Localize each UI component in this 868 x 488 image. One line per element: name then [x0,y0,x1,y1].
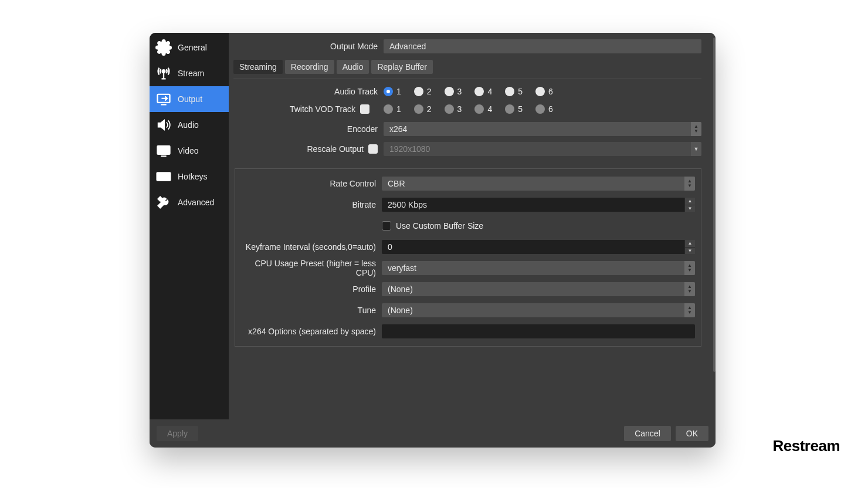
audio-track-radio-5[interactable] [505,87,514,96]
tune-label: Tune [235,306,382,315]
select-spinner-icon: ▲▼ [684,261,695,275]
select-spinner-icon: ▲▼ [684,282,695,296]
cpu-preset-row: CPU Usage Preset (higher = less CPU) ver… [235,259,701,277]
rate-control-select[interactable]: CBR ▲▼ [382,177,695,191]
twitch-vod-label: Twitch VOD Track [290,104,355,114]
apply-button: Apply [157,426,198,441]
select-spinner-icon: ▲▼ [691,122,701,136]
encoder-select[interactable]: x264 ▲▼ [384,122,701,136]
sidebar: General Stream Output Audio [150,33,229,419]
twitch-vod-radio-6 [535,104,545,114]
cpu-preset-label: CPU Usage Preset (higher = less CPU) [235,259,382,277]
sidebar-label: Video [178,146,199,155]
twitch-vod-radio-5 [505,104,514,114]
cpu-preset-select[interactable]: veryfast ▲▼ [382,261,695,275]
tab-replay-buffer[interactable]: Replay Buffer [371,60,433,74]
number-stepper-icon[interactable]: ▲▼ [684,240,695,254]
watermark-logo: Restream [772,437,840,455]
x264-opts-input[interactable] [382,324,695,338]
rate-control-label: Rate Control [235,179,382,188]
twitch-vod-radio-4 [474,104,484,114]
profile-row: Profile (None) ▲▼ [235,280,701,298]
sidebar-item-stream[interactable]: Stream [150,60,229,86]
ok-button[interactable]: OK [676,426,708,441]
tools-icon [155,194,172,211]
footer: Apply Cancel OK [150,419,716,448]
sidebar-item-hotkeys[interactable]: Hotkeys [150,164,229,189]
output-mode-label: Output Mode [231,42,384,51]
audio-track-row: Audio Track 1 2 3 4 5 6 [231,83,713,100]
encoder-settings-panel: Rate Control CBR ▲▼ Bitrate 2500 Kbps ▲▼ [235,168,701,347]
output-mode-value: Advanced [389,42,426,51]
svg-rect-3 [158,146,170,154]
audio-track-radio-1[interactable] [384,87,393,96]
sidebar-label: Stream [178,69,204,78]
bitrate-label: Bitrate [235,200,382,209]
encoder-row: Encoder x264 ▲▼ [231,120,713,138]
tab-streaming[interactable]: Streaming [233,60,283,74]
monitor-icon [155,143,172,159]
select-spinner-icon: ▲▼ [684,177,695,191]
twitch-vod-radio-1 [384,104,393,114]
bitrate-input[interactable]: 2500 Kbps ▲▼ [382,198,695,212]
tab-audio[interactable]: Audio [337,60,369,74]
rescale-label: Rescale Output [307,144,364,154]
sidebar-label: Audio [178,120,199,130]
rate-control-row: Rate Control CBR ▲▼ [235,175,701,192]
chevron-down-icon: ▼ [691,142,701,156]
divider [233,79,701,79]
rescale-placeholder: 1920x1080 [389,144,430,154]
sidebar-label: Output [178,94,202,104]
encoder-value: x264 [389,124,407,134]
bitrate-row: Bitrate 2500 Kbps ▲▼ [235,196,701,214]
rescale-select: 1920x1080 ▼ [384,142,701,156]
output-mode-select[interactable]: Advanced [384,39,701,53]
cancel-button[interactable]: Cancel [624,426,671,441]
settings-window: General Stream Output Audio [150,33,716,448]
tune-row: Tune (None) ▲▼ [235,301,701,319]
keyframe-input[interactable]: 0 ▲▼ [382,240,695,254]
twitch-vod-radio-3 [445,104,454,114]
custom-buffer-label: Use Custom Buffer Size [396,221,483,231]
audio-track-radio-6[interactable] [535,87,545,96]
gear-icon [155,39,172,56]
audio-track-label: Audio Track [231,87,384,96]
twitch-vod-row: Twitch VOD Track 1 2 3 4 5 6 [231,100,713,118]
rescale-row: Rescale Output 1920x1080 ▼ [231,140,713,158]
select-spinner-icon: ▲▼ [684,303,695,317]
number-stepper-icon[interactable]: ▲▼ [684,198,695,212]
keyframe-row: Keyframe Interval (seconds,0=auto) 0 ▲▼ [235,238,701,256]
sidebar-label: General [178,43,207,52]
twitch-vod-checkbox[interactable] [360,104,369,114]
encoder-label: Encoder [231,124,384,134]
sidebar-item-output[interactable]: Output [150,86,229,112]
custom-buffer-row: Use Custom Buffer Size [235,217,701,235]
sidebar-item-video[interactable]: Video [150,138,229,164]
rescale-checkbox[interactable] [368,144,378,154]
custom-buffer-checkbox[interactable] [382,221,391,231]
audio-track-radio-3[interactable] [445,87,454,96]
profile-select[interactable]: (None) ▲▼ [382,282,695,296]
profile-label: Profile [235,284,382,294]
output-icon [155,91,172,107]
audio-track-radio-4[interactable] [474,87,484,96]
twitch-vod-radio-2 [414,104,423,114]
body: General Stream Output Audio [150,33,716,419]
sidebar-item-general[interactable]: General [150,35,229,60]
sidebar-item-advanced[interactable]: Advanced [150,189,229,215]
speaker-icon [155,117,172,133]
tune-select[interactable]: (None) ▲▼ [382,303,695,317]
output-tabs: Streaming Recording Audio Replay Buffer [233,60,713,74]
keyframe-label: Keyframe Interval (seconds,0=auto) [235,242,382,252]
scrollbar-thumb[interactable] [713,38,716,372]
keyboard-icon [155,168,172,185]
antenna-icon [155,65,172,82]
tab-recording[interactable]: Recording [285,60,334,74]
sidebar-label: Advanced [178,198,214,207]
x264-opts-label: x264 Options (separated by space) [235,327,382,336]
main-panel: Output Mode Advanced Streaming Recording… [229,33,716,419]
sidebar-label: Hotkeys [178,172,208,181]
audio-track-radio-2[interactable] [414,87,423,96]
output-mode-row: Output Mode Advanced [231,38,713,55]
sidebar-item-audio[interactable]: Audio [150,112,229,138]
